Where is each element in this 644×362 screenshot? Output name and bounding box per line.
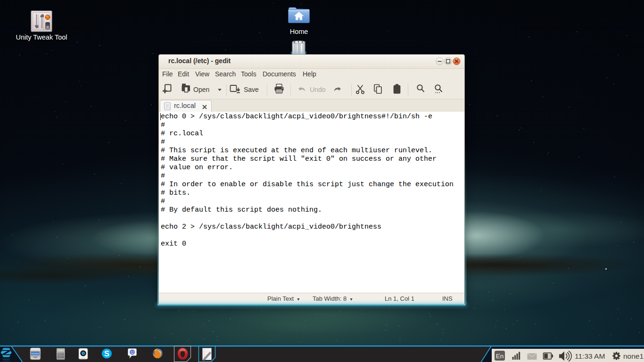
svg-text:11:33 AM: 11:33 AM xyxy=(575,352,605,360)
svg-text:S: S xyxy=(104,349,109,358)
svg-text:En: En xyxy=(496,353,504,360)
svg-text:none1: none1 xyxy=(623,352,644,360)
